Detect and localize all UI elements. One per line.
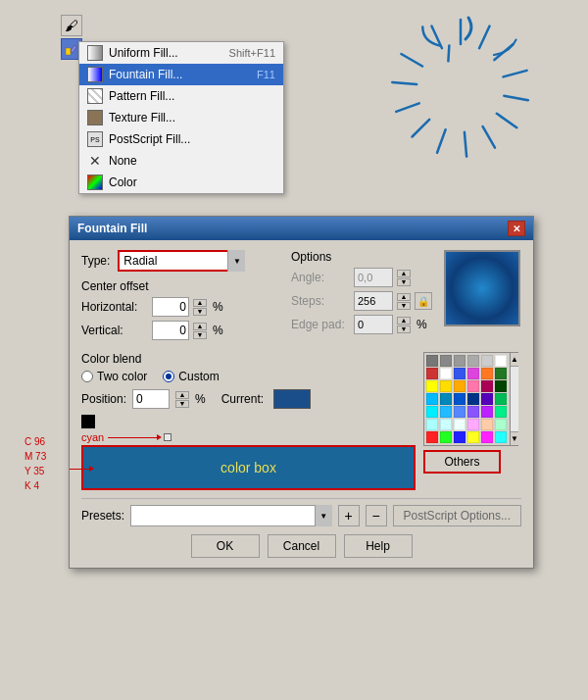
palette-color-cell[interactable] bbox=[440, 355, 452, 367]
palette-color-cell[interactable] bbox=[426, 355, 438, 367]
menu-item-pattern-fill[interactable]: Pattern Fill... bbox=[79, 85, 283, 107]
menu-item-uniform-fill[interactable]: Uniform Fill... Shift+F11 bbox=[79, 42, 283, 64]
palette-color-cell[interactable] bbox=[467, 431, 479, 443]
dialog-title: Fountain Fill bbox=[77, 222, 147, 235]
palette-scrollbar[interactable]: ▲ ▼ bbox=[510, 353, 518, 445]
palette-color-cell[interactable] bbox=[495, 368, 507, 379]
palette-color-cell[interactable] bbox=[454, 406, 466, 418]
palette-color-cell[interactable] bbox=[426, 393, 438, 405]
steps-down[interactable]: ▼ bbox=[397, 302, 411, 310]
color-blend-section: Color blend Two color Custom Position: bbox=[81, 352, 416, 490]
palette-color-cell[interactable] bbox=[481, 368, 493, 379]
add-preset-button[interactable]: + bbox=[338, 505, 360, 526]
palette-color-cell[interactable] bbox=[454, 380, 466, 392]
presets-row: Presets: ▼ + − PostScript Options... bbox=[81, 498, 521, 526]
postscript-fill-label: PostScript Fill... bbox=[109, 132, 275, 146]
palette-color-cell[interactable] bbox=[426, 419, 438, 430]
menu-item-texture-fill[interactable]: Texture Fill... bbox=[79, 107, 283, 128]
edge-pad-up[interactable]: ▲ bbox=[397, 317, 411, 325]
two-color-radio[interactable] bbox=[81, 371, 93, 382]
help-button[interactable]: Help bbox=[344, 534, 413, 558]
close-button[interactable]: ✕ bbox=[508, 221, 525, 236]
palette-color-cell[interactable] bbox=[467, 368, 479, 379]
position-down[interactable]: ▼ bbox=[175, 400, 189, 408]
palette-color-cell[interactable] bbox=[467, 355, 479, 367]
postscript-options-button[interactable]: PostScript Options... bbox=[393, 505, 521, 526]
palette-color-cell[interactable] bbox=[495, 419, 507, 430]
angle-down[interactable]: ▼ bbox=[397, 278, 411, 286]
palette-color-cell[interactable] bbox=[467, 406, 479, 418]
palette-color-cell[interactable] bbox=[440, 393, 452, 405]
black-swatch[interactable] bbox=[81, 415, 95, 428]
palette-color-cell[interactable] bbox=[454, 368, 466, 379]
menu-item-color[interactable]: Color bbox=[79, 172, 283, 193]
edge-pad-input[interactable] bbox=[354, 315, 393, 334]
palette-color-cell[interactable] bbox=[426, 380, 438, 392]
palette-color-cell[interactable] bbox=[454, 419, 466, 430]
vertical-label: Vertical: bbox=[81, 324, 148, 337]
lock-button[interactable]: 🔒 bbox=[415, 292, 432, 310]
presets-select[interactable] bbox=[130, 505, 332, 526]
position-up[interactable]: ▲ bbox=[175, 391, 189, 399]
palette-color-cell[interactable] bbox=[495, 393, 507, 405]
custom-option[interactable]: Custom bbox=[163, 370, 219, 383]
edge-pad-down[interactable]: ▼ bbox=[397, 325, 411, 333]
palette-color-cell[interactable] bbox=[481, 431, 493, 443]
steps-up[interactable]: ▲ bbox=[397, 293, 411, 301]
palette-color-cell[interactable] bbox=[495, 406, 507, 418]
menu-item-none[interactable]: ✕ None bbox=[79, 150, 283, 172]
palette-color-cell[interactable] bbox=[454, 431, 466, 443]
blend-palette-row: Color blend Two color Custom Position: bbox=[81, 352, 521, 490]
palette-color-cell[interactable] bbox=[440, 380, 452, 392]
palette-color-cell[interactable] bbox=[495, 355, 507, 367]
palette-color-cell[interactable] bbox=[495, 431, 507, 443]
horizontal-down[interactable]: ▼ bbox=[193, 308, 207, 316]
palette-color-cell[interactable] bbox=[481, 355, 493, 367]
palette-color-cell[interactable] bbox=[426, 431, 438, 443]
color-box-container[interactable]: color box bbox=[81, 445, 416, 490]
angle-up[interactable]: ▲ bbox=[397, 270, 411, 277]
type-select[interactable]: Radial Linear Conical Square bbox=[118, 250, 245, 272]
vertical-up[interactable]: ▲ bbox=[193, 323, 207, 330]
palette-color-cell[interactable] bbox=[481, 380, 493, 392]
presets-label: Presets: bbox=[81, 509, 124, 523]
horizontal-up[interactable]: ▲ bbox=[193, 299, 207, 307]
type-select-wrapper[interactable]: Radial Linear Conical Square ▼ bbox=[118, 250, 245, 272]
remove-preset-button[interactable]: − bbox=[366, 505, 387, 526]
palette-color-cell[interactable] bbox=[426, 368, 438, 379]
tool-icon-paint[interactable]: 🖌 bbox=[61, 15, 82, 36]
palette-color-cell[interactable] bbox=[481, 419, 493, 430]
dialog-titlebar: Fountain Fill ✕ bbox=[70, 217, 533, 240]
angle-input[interactable] bbox=[354, 268, 393, 287]
custom-radio[interactable] bbox=[163, 371, 174, 382]
palette-color-cell[interactable] bbox=[467, 419, 479, 430]
palette-color-cell[interactable] bbox=[426, 406, 438, 418]
menu-item-fountain-fill[interactable]: Fountain Fill... F11 bbox=[79, 64, 283, 85]
palette-color-cell[interactable] bbox=[440, 431, 452, 443]
palette-color-cell[interactable] bbox=[440, 406, 452, 418]
palette-color-cell[interactable] bbox=[481, 393, 493, 405]
position-input[interactable] bbox=[132, 389, 170, 409]
palette-color-cell[interactable] bbox=[454, 393, 466, 405]
palette-color-cell[interactable] bbox=[440, 368, 452, 379]
steps-input[interactable] bbox=[354, 291, 393, 311]
palette-scroll-down[interactable]: ▼ bbox=[511, 431, 518, 445]
two-color-option[interactable]: Two color bbox=[81, 370, 147, 383]
palette-color-cell[interactable] bbox=[495, 380, 507, 392]
palette-color-cell[interactable] bbox=[467, 393, 479, 405]
palette-color-cell[interactable] bbox=[454, 355, 466, 367]
palette-color-cell[interactable] bbox=[481, 406, 493, 418]
type-label: Type: bbox=[81, 254, 110, 268]
presets-select-wrapper[interactable]: ▼ bbox=[130, 505, 332, 526]
palette-scroll-up[interactable]: ▲ bbox=[511, 353, 518, 367]
vertical-input[interactable] bbox=[152, 321, 189, 340]
palette-color-cell[interactable] bbox=[467, 380, 479, 392]
horizontal-input[interactable] bbox=[152, 297, 189, 317]
menu-item-postscript-fill[interactable]: PS PostScript Fill... bbox=[79, 128, 283, 150]
ok-button[interactable]: OK bbox=[191, 534, 260, 558]
current-color-swatch[interactable] bbox=[273, 389, 311, 409]
vertical-down[interactable]: ▼ bbox=[193, 331, 207, 339]
cancel-button[interactable]: Cancel bbox=[268, 534, 336, 558]
others-button[interactable]: Others bbox=[423, 450, 501, 474]
palette-color-cell[interactable] bbox=[440, 419, 452, 430]
